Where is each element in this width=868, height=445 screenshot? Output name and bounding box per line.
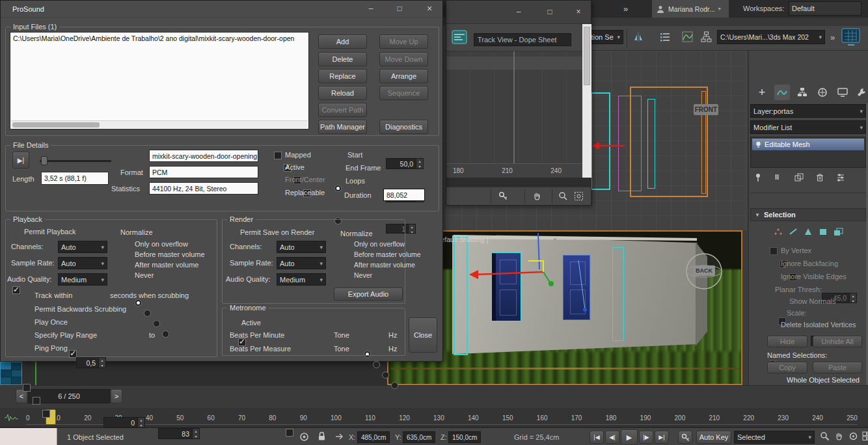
prosound-close-button[interactable]: ×: [420, 3, 439, 16]
diagnostics-button[interactable]: Diagnostics: [379, 120, 428, 134]
previous-frame-transport-button[interactable]: ◀|: [605, 431, 619, 444]
specify-play-range-checkbox[interactable]: [42, 410, 50, 418]
preview-slider-handle[interactable]: [41, 156, 47, 165]
render-audio-quality-dropdown[interactable]: Medium▾: [277, 273, 326, 286]
polygon-subobject-icon[interactable]: [816, 225, 830, 238]
motion-tab-icon[interactable]: [815, 85, 830, 100]
path-manager-button[interactable]: Path Manager: [318, 120, 367, 134]
preview-play-button[interactable]: ▶|: [12, 152, 29, 169]
end-frame-radio[interactable]: [334, 185, 342, 192]
show-end-result-icon[interactable]: II: [775, 173, 779, 181]
reload-button[interactable]: Reload: [318, 86, 367, 100]
render-channels-dropdown[interactable]: Auto▾: [277, 241, 326, 253]
trackview-name-field[interactable]: Track View - Dope Sheet: [474, 33, 571, 46]
toolbar-overflow-chevrons[interactable]: »: [830, 33, 835, 42]
mirror-icon[interactable]: [632, 32, 644, 42]
key-filters-dropdown[interactable]: Selected ▾: [734, 431, 815, 444]
preview-slider-track[interactable]: [40, 160, 111, 162]
trackview-scrollbar-thumb[interactable]: [584, 27, 590, 85]
playback-norm-overflow-radio[interactable]: [135, 299, 142, 306]
pan-hand-icon[interactable]: [532, 191, 542, 201]
create-tab-icon[interactable]: +: [754, 85, 770, 100]
move-down-button[interactable]: Move Down: [379, 52, 428, 66]
viewport-label-menu-arrow[interactable]: ▼: [552, 237, 558, 243]
move-gizmo-icon[interactable]: [467, 232, 558, 317]
duration-field[interactable]: 88,052: [383, 189, 425, 201]
copy-button[interactable]: Copy: [767, 362, 807, 373]
unhide-all-button[interactable]: Unhide All: [813, 336, 862, 347]
isolate-selection-icon[interactable]: [299, 432, 309, 442]
configure-modifier-sets-icon[interactable]: [836, 173, 845, 182]
move-up-button[interactable]: Move Up: [379, 34, 428, 49]
back-viewcube-label[interactable]: BACK: [693, 265, 715, 276]
utilities-tab-icon[interactable]: [855, 85, 868, 100]
remove-modifier-icon[interactable]: [815, 173, 824, 182]
trackview-close-button[interactable]: ×: [570, 6, 587, 18]
spinner-arrows[interactable]: ▴▾: [416, 159, 423, 169]
hierarchy-tab-icon[interactable]: [794, 85, 810, 100]
door-frame-selected-mid[interactable]: [612, 247, 624, 341]
user-account-tab[interactable]: Mariana Rodr... ▾: [652, 0, 729, 18]
y-coordinate-field[interactable]: 635,0cm: [403, 431, 435, 443]
maximize-viewport-icon[interactable]: [862, 431, 868, 441]
convert-path-button[interactable]: Convert Path: [318, 103, 367, 117]
display-tab-icon[interactable]: [835, 85, 850, 100]
vertex-subobject-icon[interactable]: [771, 225, 785, 238]
next-frame-button[interactable]: >: [111, 389, 122, 403]
permit-playback-checkbox[interactable]: [12, 286, 20, 294]
layer-explorer-icon[interactable]: [660, 33, 670, 42]
hide-button[interactable]: Hide: [767, 336, 807, 347]
playback-sample-rate-dropdown[interactable]: Auto▾: [58, 257, 107, 269]
edge-subobject-icon[interactable]: [786, 225, 800, 238]
zoom-region-icon[interactable]: [574, 191, 584, 201]
metronome-active-checkbox[interactable]: [286, 429, 293, 437]
spinner-arrows[interactable]: ▴▾: [849, 293, 856, 303]
trackview-scrollbar[interactable]: [582, 24, 591, 178]
face-subobject-icon[interactable]: [801, 225, 815, 238]
make-unique-icon[interactable]: [794, 173, 804, 182]
edit-keys-key-icon[interactable]: [498, 191, 508, 201]
layer-dropdown[interactable]: Layer:portas ▾: [750, 104, 866, 118]
start-spinner[interactable]: 50,0 ▴▾: [386, 158, 424, 169]
zoom-icon[interactable]: [820, 431, 830, 441]
prosound-maximize-button[interactable]: □: [390, 3, 409, 16]
z-coordinate-field[interactable]: 150,0cm: [448, 431, 481, 443]
pan-view-icon[interactable]: [834, 431, 844, 441]
workspace-dropdown[interactable]: Default: [789, 1, 861, 16]
delete-button[interactable]: Delete: [318, 52, 367, 66]
curve-editor-icon[interactable]: [682, 31, 693, 42]
input-file-item[interactable]: C:\Users\Maria\OneDrive\Ambiente de Trab…: [10, 33, 308, 44]
prosound-minimize-button[interactable]: –: [361, 3, 381, 16]
project-path-dropdown[interactable]: C:\Users\Mari...\3ds Max 202 ▾: [717, 30, 825, 44]
modifier-list-dropdown[interactable]: Modifier List ▾: [750, 120, 866, 134]
sound-track-icon[interactable]: [4, 413, 20, 422]
schematic-view-icon[interactable]: [701, 31, 712, 42]
x-axis-gizmo-arrow-icon[interactable]: [589, 139, 628, 152]
add-button[interactable]: Add: [318, 34, 367, 49]
auto-key-button[interactable]: Auto Key: [696, 431, 731, 444]
listbox-hscrollbar[interactable]: [11, 120, 308, 128]
orbit-icon[interactable]: [848, 431, 858, 441]
element-subobject-icon[interactable]: [831, 225, 845, 238]
permit-backwards-checkbox[interactable]: [23, 384, 31, 392]
spinner-arrows[interactable]: ▴▾: [98, 358, 105, 368]
selection-rollout-header[interactable]: ▼ Selection: [750, 208, 866, 221]
close-button[interactable]: Close: [409, 317, 437, 353]
transform-typein-mode-icon[interactable]: [334, 433, 344, 440]
export-audio-button[interactable]: Export Audio: [334, 288, 403, 301]
input-files-listbox[interactable]: C:\Users\Maria\OneDrive\Ambiente de Trab…: [10, 32, 309, 129]
go-to-start-button[interactable]: |◀: [590, 431, 604, 444]
mapped-checkbox[interactable]: [274, 152, 282, 159]
listbox-hscrollbar-thumb[interactable]: [12, 122, 100, 128]
render-sample-rate-dropdown[interactable]: Auto▾: [277, 257, 326, 269]
selection-lock-icon[interactable]: [318, 431, 326, 441]
spinner-arrows[interactable]: ▴▾: [137, 418, 144, 427]
trackview-ruler[interactable]: 180 210240: [446, 163, 582, 178]
wireframe-wall-frame-orange[interactable]: [630, 87, 708, 197]
modify-tab-icon[interactable]: [774, 85, 790, 100]
track-within-spinner[interactable]: 0,5 ▴▾: [76, 357, 106, 368]
modifier-stack-item[interactable]: Editable Mesh: [752, 139, 864, 150]
pin-stack-icon[interactable]: [754, 173, 762, 182]
viewport-settings-icon[interactable]: [841, 27, 861, 47]
replace-button[interactable]: Replace: [318, 69, 367, 83]
